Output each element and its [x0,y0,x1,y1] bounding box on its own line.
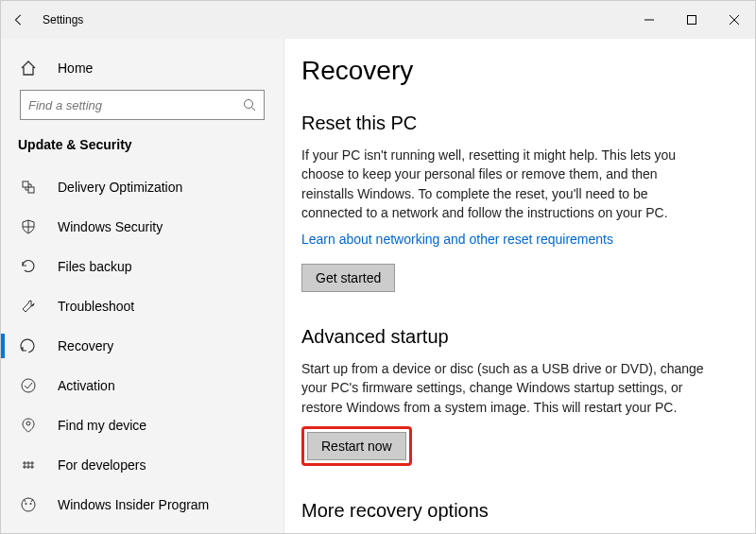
reset-learn-link[interactable]: Learn about networking and other reset r… [301,232,613,247]
search-icon [243,98,256,112]
highlight-annotation: Restart now [301,426,412,466]
svg-point-10 [22,498,35,511]
sidebar-item-label: Recovery [58,338,113,353]
svg-point-8 [22,379,35,392]
delivery-icon [20,179,37,196]
backup-icon [20,258,37,275]
shield-icon [20,218,37,235]
sidebar-item-recovery[interactable]: Recovery [1,326,284,366]
sidebar-item-label: Windows Insider Program [58,497,209,512]
sidebar-item-files-backup[interactable]: Files backup [1,247,284,286]
advanced-description: Start up from a device or disc (such as … [301,359,708,417]
home-icon [20,60,37,77]
maximize-button[interactable] [670,6,713,34]
svg-point-12 [30,503,32,505]
sidebar-item-for-developers[interactable]: For developers [1,445,284,485]
svg-rect-5 [28,187,34,193]
sidebar-item-label: Delivery Optimization [58,180,182,195]
content-pane: Recovery Reset this PC If your PC isn't … [284,39,755,533]
insider-icon [20,496,37,513]
sidebar-item-label: Troubleshoot [58,299,134,314]
home-label: Home [58,60,93,76]
minimize-button[interactable] [627,6,670,34]
get-started-button[interactable]: Get started [301,264,395,292]
sidebar-item-label: Files backup [58,259,132,274]
sidebar-item-find-my-device[interactable]: Find my device [1,405,284,445]
close-button[interactable] [713,6,755,34]
advanced-startup-section: Advanced startup Start up from a device … [301,326,723,466]
back-icon[interactable] [12,13,26,26]
svg-line-3 [252,108,256,112]
sidebar-item-label: For developers [58,457,146,473]
svg-rect-4 [23,181,28,187]
svg-point-11 [26,503,27,505]
sidebar-item-label: Windows Security [58,219,163,234]
search-input[interactable] [28,98,243,112]
sidebar-item-troubleshoot[interactable]: Troubleshoot [1,286,284,326]
reset-heading: Reset this PC [301,112,723,134]
section-label: Update & Security [1,137,284,167]
page-title: Recovery [301,56,723,86]
reset-description: If your PC isn't running well, resetting… [301,146,708,222]
reset-section: Reset this PC If your PC isn't running w… [301,112,723,292]
home-link[interactable]: Home [1,52,284,90]
restart-now-button[interactable]: Restart now [307,432,406,460]
sidebar-item-delivery-optimization[interactable]: Delivery Optimization [1,167,284,207]
svg-rect-1 [687,16,696,25]
recovery-icon [20,337,37,354]
settings-window: Settings Home [0,0,756,534]
sidebar-item-windows-security[interactable]: Windows Security [1,207,284,247]
check-circle-icon [20,377,37,394]
titlebar: Settings [1,1,755,39]
wrench-icon [20,298,37,315]
more-recovery-section: More recovery options Learn how to start… [301,500,723,533]
sidebar-item-activation[interactable]: Activation [1,366,284,405]
sidebar-item-windows-insider-program[interactable]: Windows Insider Program [1,485,284,525]
sidebar: Home Update & Security Delivery Optimiza… [1,39,284,533]
svg-point-9 [26,422,30,425]
advanced-heading: Advanced startup [301,326,723,348]
developers-icon [20,456,37,474]
search-box[interactable] [20,90,265,120]
location-icon [20,417,37,434]
window-controls [627,6,755,34]
sidebar-item-label: Activation [58,378,115,393]
sidebar-item-label: Find my device [58,418,146,433]
svg-point-2 [245,100,253,109]
window-title: Settings [43,13,83,26]
more-heading: More recovery options [301,500,723,522]
